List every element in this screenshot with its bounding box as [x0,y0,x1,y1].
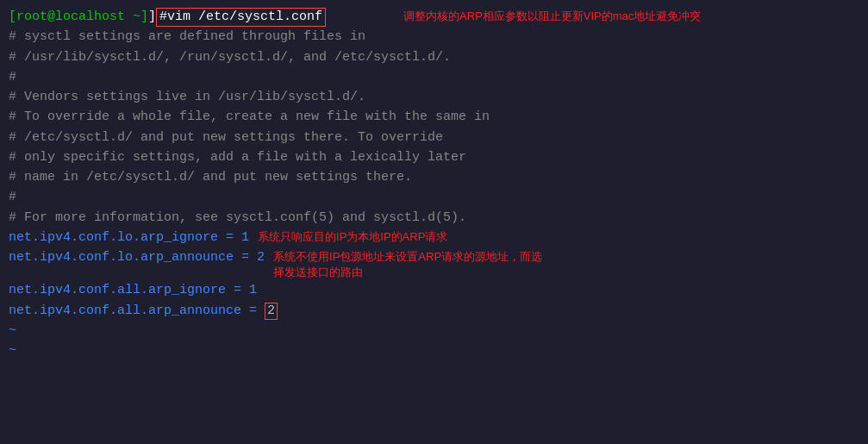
comment-line-3: # [9,67,859,87]
comment-line-6: # /etc/sysctl.d/ and put new settings th… [9,128,859,147]
net-line-1: net.ipv4.conf.lo.arp_ignore = 1 系统只响应目的I… [9,228,859,247]
tilde-1: ~ [9,321,16,341]
net-annotation-2: 系统不使用IP包源地址来设置ARP请求的源地址，而选择发送接口的路由 [273,249,549,280]
comment-text: # /etc/sysctl.d/ and put new settings th… [9,128,443,147]
comment-text: # [9,187,16,207]
net-code-1: net.ipv4.conf.lo.arp_ignore = 1 [9,228,249,247]
terminal-window: [root@localhost ~] ] #vim /etc/sysctl.co… [0,0,868,444]
prompt-bracket: ] [148,7,156,27]
net-code-4-prefix: net.ipv4.conf.all.arp_announce = [9,301,265,321]
command-line: [root@localhost ~] ] #vim /etc/sysctl.co… [9,7,859,27]
tilde-line-2: ~ [9,341,859,360]
comment-line-8: # name in /etc/sysctl.d/ and put new set… [9,167,859,187]
net-line-4: net.ipv4.conf.all.arp_announce = 2 [9,301,859,321]
command-text: #vim /etc/sysctl.conf [156,8,326,27]
net-line-3: net.ipv4.conf.all.arp_ignore = 1 [9,280,859,300]
tilde-2: ~ [9,341,16,360]
net-code-3: net.ipv4.conf.all.arp_ignore = 1 [9,280,257,300]
comment-line-2: # /usr/lib/sysctl.d/, /run/sysctl.d/, an… [9,47,859,67]
comment-text: # Vendors settings live in /usr/lib/sysc… [9,87,365,107]
comment-text: # To override a whole file, create a new… [9,107,490,127]
net-value-4-boxed: 2 [265,303,278,320]
title-annotation: 调整内核的ARP相应参数以阻止更新VIP的mac地址避免冲突 [403,9,701,24]
comment-line-7: # only specific settings, add a file wit… [9,147,859,167]
comment-text: # name in /etc/sysctl.d/ and put new set… [9,167,412,187]
comment-text: # only specific settings, add a file wit… [9,147,466,167]
net-line-2: net.ipv4.conf.lo.arp_announce = 2 系统不使用I… [9,247,859,280]
comment-text: # /usr/lib/sysctl.d/, /run/sysctl.d/, an… [9,47,451,67]
comment-line-1: # sysctl settings are defined through fi… [9,27,859,47]
tilde-line-1: ~ [9,321,859,341]
comment-text: # For more information, see sysctl.conf(… [9,208,466,228]
net-code-2: net.ipv4.conf.lo.arp_announce = 2 [9,247,265,267]
comment-text: # sysctl settings are defined through fi… [9,27,365,47]
net-annotation-1: 系统只响应目的IP为本地IP的ARP请求 [258,229,447,245]
comment-line-10: # For more information, see sysctl.conf(… [9,208,859,228]
comment-text: # [9,67,16,87]
comment-line-9: # [9,187,859,207]
comment-line-5: # To override a whole file, create a new… [9,107,859,127]
prompt: [root@localhost ~] [9,7,148,27]
comment-line-4: # Vendors settings live in /usr/lib/sysc… [9,87,859,107]
